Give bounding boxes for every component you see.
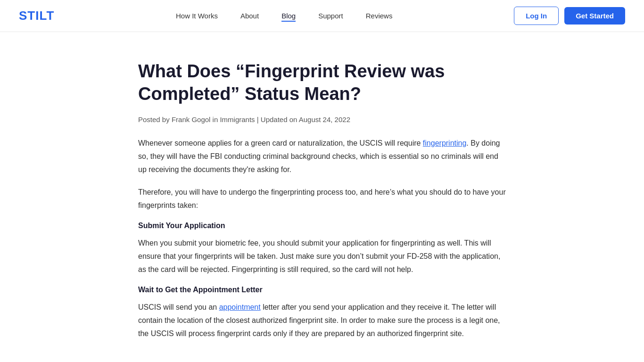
article-meta: Posted by Frank Gogol in Immigrants | Up… bbox=[138, 115, 506, 123]
section1-heading: Submit Your Application bbox=[138, 222, 506, 230]
intro-paragraph-2: Therefore, you will have to undergo the … bbox=[138, 186, 506, 212]
section1-paragraph: When you submit your biometric fee, you … bbox=[138, 237, 506, 276]
nav-actions: Log In Get Started bbox=[514, 7, 625, 25]
get-started-button[interactable]: Get Started bbox=[564, 7, 625, 25]
nav-blog[interactable]: Blog bbox=[281, 10, 296, 22]
section2-heading: Wait to Get the Appointment Letter bbox=[138, 286, 506, 294]
article-main: What Does “Fingerprint Review was Comple… bbox=[129, 32, 515, 362]
logo[interactable]: STILT bbox=[19, 8, 54, 23]
section2-paragraph: USCIS will send you an appointment lette… bbox=[138, 301, 506, 340]
header: STILT How It Works About Blog Support Re… bbox=[0, 0, 644, 32]
appointment-link[interactable]: appointment bbox=[219, 303, 261, 311]
fingerprinting-link[interactable]: fingerprinting bbox=[423, 139, 467, 147]
nav-about[interactable]: About bbox=[240, 10, 259, 22]
article-title: What Does “Fingerprint Review was Comple… bbox=[138, 60, 506, 105]
nav-support[interactable]: Support bbox=[318, 10, 343, 22]
intro-paragraph-1: Whenever someone applies for a green car… bbox=[138, 137, 506, 176]
main-nav: How It Works About Blog Support Reviews bbox=[176, 10, 392, 22]
nav-how-it-works[interactable]: How It Works bbox=[176, 10, 218, 22]
article-body: Whenever someone applies for a green car… bbox=[138, 137, 506, 340]
nav-reviews[interactable]: Reviews bbox=[366, 10, 393, 22]
login-button[interactable]: Log In bbox=[514, 7, 559, 25]
